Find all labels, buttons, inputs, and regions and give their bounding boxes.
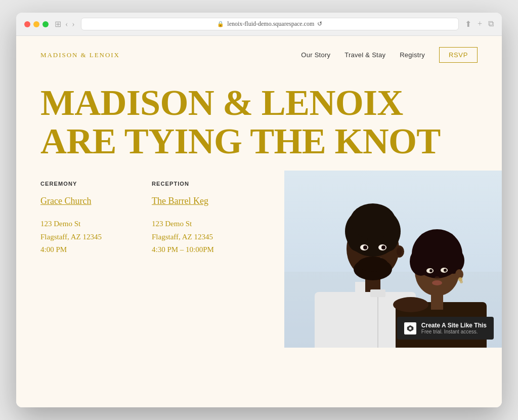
svg-point-29 — [439, 240, 457, 261]
svg-point-14 — [358, 257, 388, 272]
hero-title: MADISON & LENOIX ARE TYING THE KNOT — [40, 84, 478, 160]
back-button[interactable]: ‹ — [65, 20, 68, 29]
hero-line-1: MADISON & LENOIX — [40, 82, 403, 123]
badge-subtitle: Free trial. Instant access. — [421, 329, 487, 334]
details-section: CEREMONY Grace Church 123 Demo St Flagst… — [16, 181, 502, 407]
window-tile-icon[interactable]: ⊞ — [55, 19, 61, 29]
svg-point-34 — [429, 269, 433, 272]
close-button[interactable] — [24, 21, 30, 27]
reception-address: 123 Demo St Flagstaff, AZ 12345 4:30 PM … — [152, 218, 273, 257]
svg-point-36 — [444, 269, 447, 272]
reception-address-line1: 123 Demo St — [152, 218, 273, 231]
lock-icon: 🔒 — [217, 21, 224, 27]
browser-controls: ⊞ ‹ › — [55, 19, 75, 29]
forward-button[interactable]: › — [72, 20, 74, 29]
badge-text: Create A Site Like This Free trial. Inst… — [421, 322, 487, 334]
nav-links: Our Story Travel & Stay Registry RSVP — [301, 47, 478, 63]
svg-rect-20 — [370, 289, 385, 297]
reload-icon[interactable]: ↺ — [317, 20, 322, 28]
reception-label: RECEPTION — [152, 181, 273, 187]
squarespace-icon — [404, 322, 416, 334]
ceremony-address-line1: 123 Demo St — [40, 218, 152, 231]
site-logo: MADISON & LENOIX — [40, 51, 120, 59]
ceremony-address: 123 Demo St Flagstaff, AZ 12345 4:00 PM — [40, 218, 152, 257]
reception-address-line2: Flagstaff, AZ 12345 — [152, 231, 273, 244]
hero-section: MADISON & LENOIX ARE TYING THE KNOT — [16, 74, 502, 181]
browser-chrome: ⊞ ‹ › 🔒 lenoix-fluid-demo.squarespace.co… — [16, 13, 502, 36]
ceremony-label: CEREMONY — [40, 181, 152, 187]
url-text: lenoix-fluid-demo.squarespace.com — [227, 20, 314, 28]
browser-window: ⊞ ‹ › 🔒 lenoix-fluid-demo.squarespace.co… — [16, 13, 502, 407]
svg-point-9 — [350, 203, 396, 239]
hero-line-2: ARE TYING THE KNOT — [40, 121, 441, 161]
address-bar[interactable]: 🔒 lenoix-fluid-demo.squarespace.com ↺ — [81, 18, 459, 30]
share-icon[interactable]: ⬆ — [465, 19, 471, 29]
windows-icon[interactable]: ⧉ — [488, 19, 494, 29]
ceremony-venue[interactable]: Grace Church — [40, 196, 152, 206]
badge-title: Create A Site Like This — [421, 322, 487, 329]
website-content: MADISON & LENOIX Our Story Travel & Stay… — [16, 36, 502, 407]
svg-point-16 — [363, 245, 367, 249]
reception-column: RECEPTION The Barrel Keg 123 Demo St Fla… — [152, 181, 273, 407]
couple-photo-area: Create A Site Like This Free trial. Inst… — [284, 171, 502, 348]
svg-point-37 — [435, 276, 440, 279]
nav-travel-stay[interactable]: Travel & Stay — [344, 51, 385, 59]
svg-point-39 — [393, 297, 428, 312]
navigation: MADISON & LENOIX Our Story Travel & Stay… — [16, 36, 502, 74]
rsvp-button[interactable]: RSVP — [439, 47, 478, 63]
nav-registry[interactable]: Registry — [400, 51, 425, 59]
svg-point-11 — [397, 247, 402, 256]
maximize-button[interactable] — [42, 21, 49, 27]
reception-time: 4:30 PM – 10:00PM — [152, 243, 273, 257]
browser-actions: ⬆ + ⧉ — [465, 19, 494, 29]
svg-point-38 — [432, 280, 442, 285]
svg-point-18 — [381, 245, 385, 249]
ceremony-time: 4:00 PM — [40, 243, 152, 257]
minimize-button[interactable] — [33, 21, 39, 27]
ceremony-address-line2: Flagstaff, AZ 12345 — [40, 231, 152, 244]
ceremony-column: CEREMONY Grace Church 123 Demo St Flagst… — [40, 181, 152, 407]
svg-point-32 — [460, 280, 463, 283]
reception-venue[interactable]: The Barrel Keg — [152, 196, 273, 206]
svg-point-28 — [417, 240, 435, 263]
svg-point-40 — [409, 327, 411, 329]
traffic-lights — [24, 21, 49, 27]
squarespace-badge[interactable]: Create A Site Like This Free trial. Inst… — [397, 317, 494, 340]
nav-our-story[interactable]: Our Story — [301, 51, 330, 59]
new-tab-icon[interactable]: + — [478, 19, 482, 29]
